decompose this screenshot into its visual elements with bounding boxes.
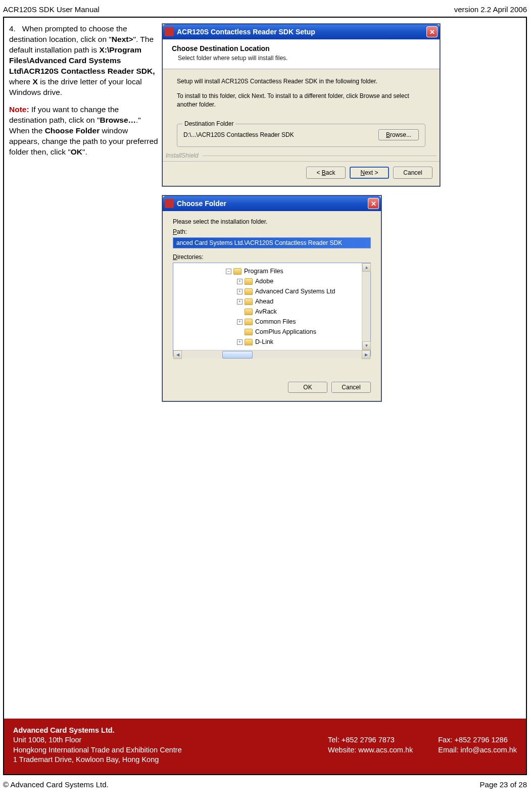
browse-button-label: rowse... — [390, 131, 411, 138]
tree-item[interactable]: +Common Files — [175, 317, 360, 327]
folder-icon — [245, 288, 253, 295]
text-fragment: where — [9, 77, 33, 86]
tree-item[interactable]: +Advanced Card Systems Ltd — [175, 286, 360, 296]
step-number: 4. — [9, 24, 16, 33]
next-keyword: Next> — [112, 35, 133, 43]
directory-tree[interactable]: −Program Files +Adobe +Advanced Card Sys… — [173, 263, 371, 357]
copyright: © Advanced Card Systems Ltd. — [3, 780, 109, 789]
wizard-title: Choose Destination Location — [172, 44, 430, 53]
folder-label: Common Files — [255, 318, 296, 325]
doc-title: ACR120S SDK User Manual — [3, 5, 100, 14]
scroll-up-icon[interactable]: ▲ — [362, 263, 371, 272]
tree-item[interactable]: +ComPlus Applications — [175, 327, 360, 337]
close-icon[interactable]: ✕ — [368, 198, 379, 209]
folder-icon — [245, 319, 253, 325]
wizard-buttons: < Back Next > Cancel — [163, 162, 440, 186]
folder-icon — [233, 268, 242, 275]
cancel-button[interactable]: Cancel — [331, 382, 371, 393]
drive-letter: X — [33, 77, 38, 86]
address-line: Unit 1008, 10th Floor — [13, 735, 328, 745]
folder-label: Program Files — [244, 268, 283, 275]
folder-label: Advanced Card Systems Ltd — [255, 288, 335, 295]
expand-icon[interactable]: + — [237, 319, 243, 325]
body-text: To install to this folder, click Next. T… — [177, 92, 425, 109]
folder-icon — [245, 329, 253, 335]
tree-item[interactable]: +Adobe — [175, 276, 360, 286]
next-button[interactable]: Next > — [350, 167, 389, 179]
website: Website: www.acs.com.hk — [328, 745, 413, 755]
dialog-instruction: Please select the installation folder. — [173, 218, 371, 225]
group-legend: Destination Folder — [182, 120, 235, 127]
folder-icon — [245, 339, 253, 345]
destination-path: D:\...\ACR120S Contactless Reader SDK — [183, 131, 294, 138]
folder-icon — [245, 278, 253, 285]
expand-icon[interactable]: + — [237, 289, 243, 294]
ok-keyword: OK — [71, 147, 82, 156]
scroll-down-icon[interactable]: ▼ — [362, 341, 371, 350]
company-name: Advanced Card Systems Ltd. — [13, 726, 328, 736]
scroll-right-icon[interactable]: ▶ — [362, 350, 370, 359]
choose-folder-body: Please select the installation folder. P… — [163, 211, 381, 362]
choose-folder-keyword: Choose Folder — [45, 126, 100, 135]
browse-button[interactable]: Browse... — [378, 129, 419, 140]
folder-label: ComPlus Applications — [255, 328, 316, 335]
path-label: ath: — [177, 228, 187, 235]
address-line: Hongkong International Trade and Exhibit… — [13, 745, 328, 755]
tree-item[interactable]: +Ahead — [175, 296, 360, 307]
tree-item[interactable]: +D-Link — [175, 337, 360, 347]
wizard-subtitle: Select folder where setup will install f… — [178, 55, 430, 62]
collapse-icon[interactable]: − — [226, 269, 231, 274]
email: Email: info@acs.com.hk — [438, 745, 517, 755]
wizard-header: Choose Destination Location Select folde… — [163, 39, 440, 69]
expand-icon[interactable]: + — [237, 299, 243, 304]
window-title: Choose Folder — [177, 199, 226, 208]
label-underline: D — [173, 253, 177, 261]
folder-icon — [245, 309, 253, 315]
body-text: Setup will install ACR120S Contactless R… — [177, 77, 425, 86]
cancel-button[interactable]: Cancel — [393, 167, 432, 179]
wizard-body: Setup will install ACR120S Contactless R… — [163, 69, 440, 152]
address-line: 1 Trademart Drive, Kowloon Bay, Hong Kon… — [13, 755, 328, 765]
text-fragment: When prompted to choose the destination … — [9, 24, 127, 43]
horizontal-scrollbar[interactable]: ◀ ▶ — [173, 350, 370, 359]
app-icon — [165, 27, 174, 36]
scroll-thumb[interactable] — [222, 351, 253, 359]
expand-icon[interactable]: + — [237, 339, 243, 345]
installshield-label: InstallShield — [166, 152, 199, 159]
folder-label: D-Link — [255, 338, 273, 345]
browse-keyword: Browse… — [100, 116, 136, 124]
company-footer: Advanced Card Systems Ltd. Unit 1008, 10… — [4, 719, 526, 774]
scroll-left-icon[interactable]: ◀ — [173, 350, 182, 359]
folder-label: Adobe — [255, 278, 273, 285]
app-icon — [165, 199, 174, 208]
fax: Fax: +852 2796 1286 — [438, 735, 517, 745]
expand-icon[interactable]: + — [237, 279, 243, 284]
ok-button[interactable]: OK — [288, 382, 327, 393]
titlebar[interactable]: Choose Folder ✕ — [163, 196, 381, 211]
instruction-text: 4. When prompted to choose the destinati… — [9, 24, 158, 411]
label-underline: P — [173, 228, 177, 235]
note-label: Note: — [9, 105, 29, 114]
titlebar[interactable]: ACR120S Contactless Reader SDK Setup ✕ — [163, 24, 440, 39]
vertical-scrollbar[interactable]: ▲ ▼ — [362, 263, 370, 350]
installer-window: ACR120S Contactless Reader SDK Setup ✕ C… — [162, 24, 440, 186]
tree-item[interactable]: +AvRack — [175, 307, 360, 317]
back-button[interactable]: < Back — [306, 167, 346, 179]
path-input[interactable]: anced Card Systems Ltd.\ACR120S Contactl… — [173, 237, 371, 248]
destination-folder-group: Destination Folder D:\...\ACR120S Contac… — [177, 124, 425, 147]
choose-folder-window: Choose Folder ✕ Please select the instal… — [162, 195, 381, 401]
folder-label: AvRack — [255, 308, 277, 315]
text-fragment: ". — [82, 147, 87, 156]
page-number: Page 23 of 28 — [480, 780, 527, 789]
tree-item[interactable]: −Program Files — [175, 266, 360, 276]
window-title: ACR120S Contactless Reader SDK Setup — [177, 28, 315, 36]
close-icon[interactable]: ✕ — [426, 26, 438, 37]
folder-icon — [245, 298, 253, 305]
dialog-buttons: OK Cancel — [163, 362, 381, 401]
doc-version: version 2.2 April 2006 — [454, 5, 527, 14]
directories-label: irectories: — [177, 253, 204, 261]
telephone: Tel: +852 2796 7873 — [328, 735, 413, 745]
folder-label: Ahead — [255, 298, 273, 305]
